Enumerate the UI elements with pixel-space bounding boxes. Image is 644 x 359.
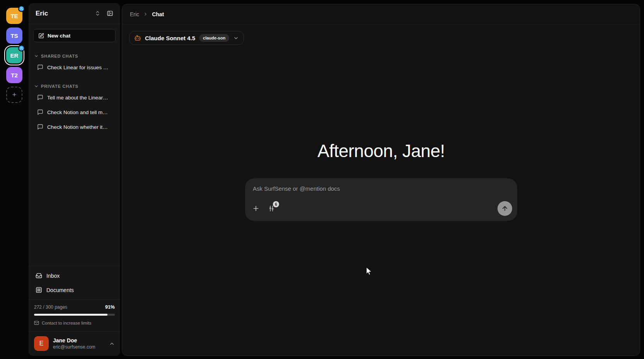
usage-progress-fill <box>34 314 107 316</box>
plus-icon <box>252 205 260 212</box>
breadcrumb-current: Chat <box>152 11 164 17</box>
message-square-icon <box>37 64 43 70</box>
avatar: E <box>34 336 49 351</box>
chevron-down-icon <box>34 84 39 89</box>
model-name: Claude Sonnet 4.5 <box>145 35 195 41</box>
chat-input[interactable] <box>253 185 469 192</box>
message-square-icon <box>37 124 43 130</box>
workspace-avatar-t2[interactable]: T2 <box>6 67 22 83</box>
usage-meter: 272 / 300 pages 91% Contact to increase … <box>29 300 120 332</box>
inbox-icon <box>36 272 42 279</box>
chat-item-shared-0[interactable]: Check Linear for issues … <box>29 60 120 75</box>
profile-name: Jane Doe <box>53 337 105 344</box>
profile-email: eric@surfsense.com <box>53 344 105 350</box>
chat-item-label: Check Linear for issues … <box>47 65 108 70</box>
main-panel: Eric Chat Claude Sonnet 4.5 claude-son A… <box>122 4 640 356</box>
workspace-initials: TE <box>10 13 18 19</box>
usage-progress-bar <box>34 314 115 316</box>
workspace-title: Eric <box>36 10 93 17</box>
model-badge: claude-son <box>199 34 229 42</box>
attach-button[interactable] <box>252 205 260 212</box>
sources-count-badge: 6 <box>273 201 279 207</box>
composer-toolbar: 6 <box>252 201 512 216</box>
send-button[interactable] <box>497 201 512 216</box>
section-label: SHARED CHATS <box>41 54 78 58</box>
chevron-down-icon <box>233 35 239 41</box>
message-square-icon <box>37 94 43 101</box>
chat-item-private-1[interactable]: Check Notion and tell m… <box>29 105 120 120</box>
chevrons-up-down-icon[interactable] <box>93 9 102 18</box>
chat-item-private-0[interactable]: Tell me about the Linear… <box>29 90 120 105</box>
sidebar-footer: Inbox Documents 272 / 300 pages 91% Cont… <box>29 266 120 356</box>
sidebar: Eric New chat SHARED CHATS Check Linear … <box>29 3 120 356</box>
breadcrumb: Eric Chat <box>122 4 640 24</box>
chat-item-label: Check Notion whether it… <box>47 124 108 130</box>
divider <box>29 266 120 266</box>
chevron-right-icon <box>143 12 148 17</box>
workspace-avatar-ts[interactable]: TS <box>6 27 22 44</box>
chat-item-label: Check Notion and tell m… <box>47 109 108 115</box>
chevron-up-icon <box>109 341 115 347</box>
workspace-avatar-te[interactable]: TE <box>6 8 22 24</box>
section-header-shared-chats[interactable]: SHARED CHATS <box>29 52 120 60</box>
chevron-down-icon <box>34 54 39 58</box>
user-profile-button[interactable]: E Jane Doe eric@surfsense.com <box>29 332 120 356</box>
nav-label: Inbox <box>46 273 60 279</box>
users-icon <box>18 5 25 12</box>
usage-pages: 272 / 300 pages <box>34 304 67 310</box>
nav-label: Documents <box>46 287 74 293</box>
message-square-icon <box>37 109 43 115</box>
section-header-private-chats[interactable]: PRIVATE CHATS <box>29 82 120 90</box>
new-chat-label: New chat <box>48 33 70 39</box>
sidebar-header: Eric <box>29 3 120 24</box>
arrow-up-icon <box>501 205 508 212</box>
composer[interactable]: 6 <box>245 178 517 221</box>
section-label: PRIVATE CHATS <box>41 84 78 89</box>
chat-item-label: Tell me about the Linear… <box>47 95 108 101</box>
sidebar-item-inbox[interactable]: Inbox <box>29 268 120 283</box>
model-selector[interactable]: Claude Sonnet 4.5 claude-son <box>129 31 244 45</box>
workspace-rail: TE TS ER T2 + <box>0 0 29 359</box>
plus-icon: + <box>12 91 16 99</box>
add-workspace-button[interactable]: + <box>6 87 22 103</box>
panel-collapse-icon[interactable] <box>105 9 115 18</box>
users-icon <box>18 45 25 51</box>
contact-label: Contact to increase limits <box>42 321 91 325</box>
greeting-heading: Afternoon, Jane! <box>245 140 517 161</box>
contact-increase-limits-link[interactable]: Contact to increase limits <box>34 320 115 325</box>
library-icon <box>36 287 42 293</box>
square-pen-icon <box>38 33 44 39</box>
usage-percent: 91% <box>105 304 115 310</box>
profile-meta: Jane Doe eric@surfsense.com <box>53 337 105 350</box>
workspace-initials: TS <box>10 32 18 39</box>
workspace-initials: ER <box>10 52 19 59</box>
breadcrumb-parent[interactable]: Eric <box>130 11 139 17</box>
workspace-avatar-er-selected[interactable]: ER <box>6 47 22 63</box>
mail-icon <box>34 320 39 325</box>
sidebar-item-documents[interactable]: Documents <box>29 283 120 297</box>
chat-item-private-2[interactable]: Check Notion whether it… <box>29 120 120 134</box>
workspace-initials: T2 <box>11 72 18 79</box>
bot-icon <box>134 34 141 41</box>
sources-button[interactable]: 6 <box>268 205 275 212</box>
new-chat-button[interactable]: New chat <box>33 29 116 42</box>
